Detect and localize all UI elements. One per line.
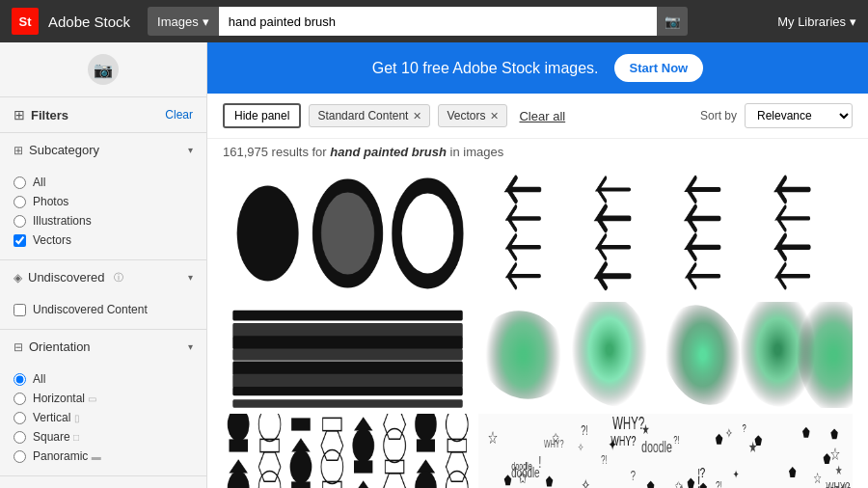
- orientation-panoramic-radio[interactable]: [14, 450, 26, 463]
- orientation-vertical-radio[interactable]: [14, 412, 26, 424]
- orientation-square-radio[interactable]: [14, 431, 26, 444]
- undiscovered-content: Undiscovered Content: [0, 294, 206, 329]
- subcategory-label: Subcategory: [29, 143, 99, 157]
- orientation-header[interactable]: ⊟ Orientation ▾: [0, 330, 206, 364]
- promo-banner: Get 10 free Adobe Stock images. Start No…: [207, 42, 868, 94]
- promo-text: Get 10 free Adobe Stock images.: [372, 60, 599, 77]
- sort-select[interactable]: Relevance Newest Undiscovered: [745, 103, 853, 128]
- orientation-vertical: Vertical ▯: [14, 408, 193, 427]
- app-name: Adobe Stock: [48, 14, 130, 30]
- subcategory-illustrations: Illustrations: [14, 211, 193, 230]
- top-navigation: St Adobe Stock Images ▾ 📷 My Libraries ▾: [0, 0, 868, 42]
- sidebar-section-subcategory: ⊞ Subcategory ▾ All Photos Illustrations: [0, 133, 206, 260]
- sidebar-header: ⊞ Filters Clear: [0, 97, 206, 133]
- orientation-label: Orientation: [29, 339, 91, 354]
- sidebar-visual-search: 📷: [0, 42, 206, 97]
- search-bar: Images ▾ 📷: [148, 7, 688, 36]
- subcategory-content: All Photos Illustrations Vectors: [0, 167, 206, 259]
- promo-start-button[interactable]: Start Now: [614, 54, 704, 82]
- undiscovered-content-checkbox[interactable]: [14, 304, 26, 316]
- orientation-content: All Horizontal ▭ Vertical ▯ Square □ Pan…: [0, 364, 206, 475]
- orientation-icon: ⊟: [14, 340, 23, 354]
- filters-icon: ⊞: [14, 107, 25, 122]
- image-arrows[interactable]: [478, 171, 853, 296]
- content-area: Get 10 free Adobe Stock images. Start No…: [207, 42, 868, 488]
- orientation-horizontal-radio[interactable]: [14, 393, 26, 405]
- subcategory-photos: Photos: [14, 192, 193, 211]
- image-patterns[interactable]: [223, 414, 473, 488]
- subcategory-vectors: Vectors: [14, 230, 193, 250]
- undiscovered-info-icon[interactable]: ⓘ: [114, 271, 123, 285]
- undiscovered-label: Undiscovered: [28, 270, 105, 285]
- subcategory-photos-radio[interactable]: [14, 196, 26, 208]
- results-query: hand painted brush: [330, 145, 447, 159]
- orientation-square: Square □: [14, 427, 193, 447]
- image-green-splashes[interactable]: [478, 302, 853, 408]
- subcategory-header[interactable]: ⊞ Subcategory ▾: [0, 133, 206, 167]
- sidebar-section-undiscovered: ◈ Undiscovered ⓘ ▾ Undiscovered Content: [0, 260, 206, 330]
- camera-icon: 📷: [665, 14, 681, 29]
- results-count: 161,975: [223, 145, 268, 159]
- subcategory-icon: ⊞: [14, 144, 23, 157]
- filter-bar: Hide panel Standard Content ✕ Vectors ✕ …: [207, 94, 868, 139]
- orientation-all-radio[interactable]: [14, 373, 26, 386]
- orientation-chevron: ▾: [188, 341, 193, 352]
- clear-filters-link[interactable]: Clear: [165, 108, 193, 122]
- image-doodles[interactable]: [478, 414, 853, 488]
- undiscovered-header[interactable]: ◈ Undiscovered ⓘ ▾: [0, 260, 206, 294]
- image-grid: [207, 167, 868, 488]
- grid-row-2: [223, 302, 853, 408]
- main-layout: 📷 ⊞ Filters Clear ⊞ Subcategory ▾: [0, 42, 868, 488]
- camera-search-button[interactable]: 📷: [657, 7, 688, 36]
- remove-standard-content-tag[interactable]: ✕: [413, 110, 421, 122]
- standard-content-tag: Standard Content ✕: [309, 104, 430, 127]
- search-input[interactable]: [219, 7, 657, 36]
- vectors-tag: Vectors ✕: [438, 104, 507, 127]
- sort-bar: Sort by Relevance Newest Undiscovered: [700, 103, 853, 128]
- subcategory-vectors-checkbox[interactable]: [14, 234, 26, 247]
- subcategory-all-radio[interactable]: [14, 176, 26, 189]
- sidebar: 📷 ⊞ Filters Clear ⊞ Subcategory ▾: [0, 42, 207, 488]
- search-type-button[interactable]: Images ▾: [148, 7, 219, 36]
- clear-all-button[interactable]: Clear all: [519, 109, 565, 123]
- undiscovered-content-item: Undiscovered Content: [14, 300, 193, 319]
- orientation-all: All: [14, 369, 193, 389]
- hide-panel-button[interactable]: Hide panel: [223, 103, 301, 128]
- grid-row-3: [223, 414, 853, 488]
- orientation-horizontal: Horizontal ▭: [14, 389, 193, 408]
- results-info: 161,975 results for hand painted brush i…: [207, 139, 868, 167]
- image-brush-strokes[interactable]: [223, 302, 473, 408]
- undiscovered-chevron: ▾: [188, 272, 193, 283]
- remove-vectors-tag[interactable]: ✕: [490, 110, 499, 122]
- orientation-panoramic: Panoramic ▬: [14, 447, 193, 466]
- subcategory-all: All: [14, 173, 193, 192]
- my-libraries-button[interactable]: My Libraries ▾: [777, 14, 856, 29]
- subcategory-illustrations-radio[interactable]: [14, 215, 26, 228]
- undiscovered-content-label: Undiscovered Content: [33, 303, 148, 316]
- adobe-logo: St: [12, 8, 39, 35]
- sort-label: Sort by: [700, 109, 737, 122]
- grid-row-1: [223, 171, 853, 296]
- filters-label: Filters: [31, 108, 68, 122]
- image-black-circles[interactable]: [223, 171, 473, 296]
- sidebar-section-copyspace: T Copy Space ▾ Images with Copy Space: [0, 476, 206, 488]
- copyspace-header[interactable]: T Copy Space ▾: [0, 476, 206, 488]
- visual-search-icon[interactable]: 📷: [88, 54, 119, 85]
- undiscovered-icon: ◈: [14, 271, 22, 285]
- subcategory-chevron: ▾: [188, 145, 193, 155]
- sidebar-section-orientation: ⊟ Orientation ▾ All Horizontal ▭ Vertica…: [0, 330, 206, 476]
